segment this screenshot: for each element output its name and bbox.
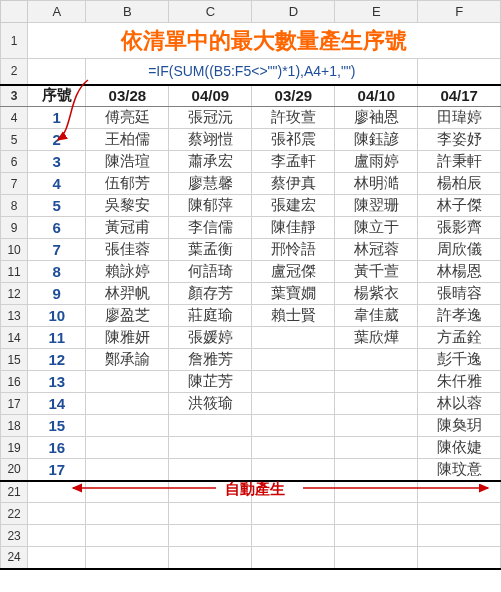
row-header[interactable]: 8 xyxy=(1,195,28,217)
cell-name[interactable]: 葉欣燁 xyxy=(335,327,418,349)
formula-cell[interactable]: =IF(SUM((B5:F5<>"")*1),A4+1,"") xyxy=(86,59,418,85)
cell-name[interactable]: 蔡伊真 xyxy=(252,173,335,195)
row-header[interactable]: 12 xyxy=(1,283,28,305)
cell-name[interactable]: 詹雅芳 xyxy=(169,349,252,371)
cell[interactable] xyxy=(28,481,86,503)
cell-seq[interactable]: 12 xyxy=(28,349,86,371)
row-header[interactable]: 19 xyxy=(1,437,28,459)
header-date[interactable]: 03/28 xyxy=(86,85,169,107)
cell-name[interactable]: 許孝逸 xyxy=(418,305,501,327)
cell-name[interactable]: 張媛婷 xyxy=(169,327,252,349)
cell-name[interactable] xyxy=(169,415,252,437)
header-date[interactable]: 03/29 xyxy=(252,85,335,107)
cell-name[interactable]: 傅亮廷 xyxy=(86,107,169,129)
cell-name[interactable]: 張佳蓉 xyxy=(86,239,169,261)
cell-name[interactable]: 彭千逸 xyxy=(418,349,501,371)
cell[interactable] xyxy=(335,481,418,503)
cell-name[interactable]: 邢怜語 xyxy=(252,239,335,261)
cell-name[interactable]: 張影齊 xyxy=(418,217,501,239)
cell-name[interactable] xyxy=(335,371,418,393)
cell-seq[interactable]: 14 xyxy=(28,393,86,415)
cell-name[interactable]: 陳鈺諺 xyxy=(335,129,418,151)
row-header[interactable]: 4 xyxy=(1,107,28,129)
row-header[interactable]: 23 xyxy=(1,525,28,547)
cell-name[interactable] xyxy=(86,371,169,393)
cell[interactable] xyxy=(169,547,252,569)
cell-name[interactable]: 伍郁芳 xyxy=(86,173,169,195)
cell-name[interactable]: 盧雨婷 xyxy=(335,151,418,173)
cell-seq[interactable]: 5 xyxy=(28,195,86,217)
cell-seq[interactable]: 15 xyxy=(28,415,86,437)
cell-name[interactable]: 張建宏 xyxy=(252,195,335,217)
cell[interactable] xyxy=(418,481,501,503)
cell[interactable] xyxy=(28,525,86,547)
cell-name[interactable]: 王柏儒 xyxy=(86,129,169,151)
cell-seq[interactable]: 8 xyxy=(28,261,86,283)
cell-name[interactable]: 廖慧馨 xyxy=(169,173,252,195)
cell[interactable] xyxy=(418,59,501,85)
cell[interactable] xyxy=(169,525,252,547)
cell-name[interactable] xyxy=(169,459,252,481)
cell-name[interactable]: 韋佳葳 xyxy=(335,305,418,327)
cell-name[interactable]: 陳芷芳 xyxy=(169,371,252,393)
row-header[interactable]: 16 xyxy=(1,371,28,393)
cell-name[interactable]: 賴詠婷 xyxy=(86,261,169,283)
cell-name[interactable] xyxy=(252,437,335,459)
cell[interactable] xyxy=(86,481,169,503)
cell-name[interactable] xyxy=(252,459,335,481)
cell-seq[interactable]: 1 xyxy=(28,107,86,129)
cell[interactable] xyxy=(252,503,335,525)
cell-name[interactable]: 顏存芳 xyxy=(169,283,252,305)
cell-name[interactable] xyxy=(252,327,335,349)
cell-name[interactable]: 黃冠甫 xyxy=(86,217,169,239)
cell-name[interactable] xyxy=(335,349,418,371)
cell-name[interactable] xyxy=(252,371,335,393)
header-date[interactable]: 04/10 xyxy=(335,85,418,107)
cell-name[interactable]: 廖盈芝 xyxy=(86,305,169,327)
row-header[interactable]: 24 xyxy=(1,547,28,569)
cell[interactable] xyxy=(86,547,169,569)
cell-name[interactable]: 周欣儀 xyxy=(418,239,501,261)
cell-seq[interactable]: 4 xyxy=(28,173,86,195)
cell[interactable] xyxy=(86,503,169,525)
cell-name[interactable]: 林明澔 xyxy=(335,173,418,195)
cell-name[interactable]: 葉孟衡 xyxy=(169,239,252,261)
cell[interactable] xyxy=(335,503,418,525)
header-date[interactable]: 04/09 xyxy=(169,85,252,107)
cell[interactable] xyxy=(252,525,335,547)
cell-name[interactable]: 朱仟雅 xyxy=(418,371,501,393)
cell-seq[interactable]: 11 xyxy=(28,327,86,349)
col-header-F[interactable]: F xyxy=(418,1,501,23)
row-header[interactable]: 22 xyxy=(1,503,28,525)
cell[interactable] xyxy=(86,525,169,547)
col-header-C[interactable]: C xyxy=(169,1,252,23)
cell-name[interactable]: 楊紫衣 xyxy=(335,283,418,305)
cell-name[interactable]: 林楊恩 xyxy=(418,261,501,283)
cell-seq[interactable]: 3 xyxy=(28,151,86,173)
cell-name[interactable]: 李信儒 xyxy=(169,217,252,239)
row-header[interactable]: 10 xyxy=(1,239,28,261)
cell-name[interactable]: 廖袖恩 xyxy=(335,107,418,129)
cell-name[interactable]: 許秉軒 xyxy=(418,151,501,173)
cell[interactable] xyxy=(418,503,501,525)
cell-name[interactable] xyxy=(335,415,418,437)
cell-name[interactable]: 許玫萱 xyxy=(252,107,335,129)
cell-seq[interactable]: 17 xyxy=(28,459,86,481)
cell-name[interactable] xyxy=(169,437,252,459)
cell-name[interactable]: 洪筱瑜 xyxy=(169,393,252,415)
cell-name[interactable]: 盧冠傑 xyxy=(252,261,335,283)
row-header[interactable]: 21 xyxy=(1,481,28,503)
cell-seq[interactable]: 2 xyxy=(28,129,86,151)
cell-name[interactable] xyxy=(335,437,418,459)
cell-name[interactable]: 鄭承諭 xyxy=(86,349,169,371)
cell-name[interactable] xyxy=(335,459,418,481)
cell-name[interactable]: 葉寶嫺 xyxy=(252,283,335,305)
cell-name[interactable]: 林羿帆 xyxy=(86,283,169,305)
cell-name[interactable] xyxy=(252,349,335,371)
cell-name[interactable] xyxy=(252,415,335,437)
cell[interactable] xyxy=(28,59,86,85)
cell[interactable] xyxy=(252,547,335,569)
cell-name[interactable]: 林冠蓉 xyxy=(335,239,418,261)
cell-name[interactable] xyxy=(86,437,169,459)
cell-name[interactable]: 張晴容 xyxy=(418,283,501,305)
